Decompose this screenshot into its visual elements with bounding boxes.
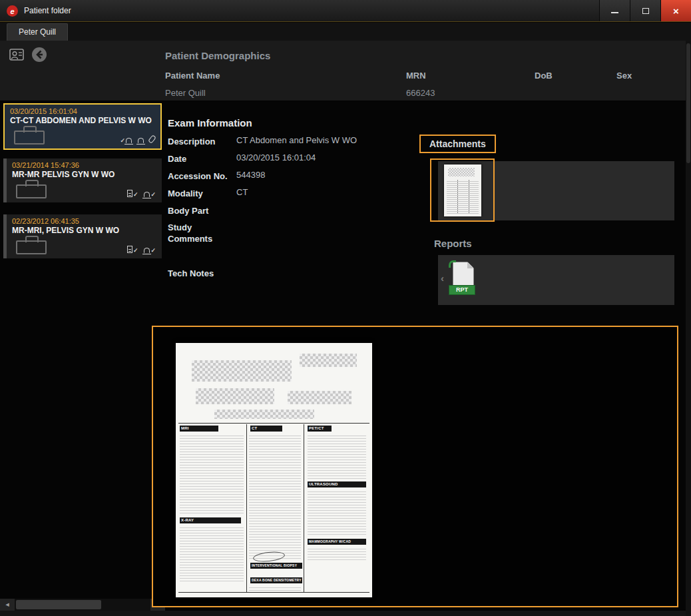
scrollbar-thumb[interactable]: [16, 600, 101, 609]
study-status-icons: ✓ ✓: [127, 246, 156, 253]
exam-row-body-part: Body Part: [168, 204, 421, 216]
form-section-mammography: MAMMOGRAPHY W/CAD: [308, 539, 366, 545]
attachment-document-preview-icon: [444, 164, 481, 216]
study-date: 03/20/2015 16:01:04: [10, 107, 155, 115]
exam-row-accession: Accession No. 544398: [168, 170, 421, 182]
app-logo-icon: e: [7, 5, 18, 17]
minimize-button[interactable]: [599, 0, 630, 21]
exam-row-modality: Modality CT: [168, 187, 421, 199]
patient-folder-window: e Patient folder × Peter Quill: [0, 0, 691, 616]
exam-row-description: Description CT Abdomen and Pelvis W WO: [168, 135, 421, 147]
patient-name-value: Peter Quill: [165, 88, 206, 98]
redacted-block: [214, 410, 314, 419]
attachments-header: Attachments: [419, 135, 496, 153]
scanned-order-form-image: MRI CT PET/CT ULTRASOUND X-RAY MAMMOGRAP…: [176, 343, 372, 597]
form-section-ct: CT: [250, 426, 282, 432]
patient-card-icon[interactable]: [8, 46, 25, 63]
patient-name-label: Patient Name: [165, 71, 220, 81]
form-section-mri: MRI: [180, 426, 218, 432]
form-section-ultrasound: ULTRASOUND: [308, 481, 366, 487]
document-check-icon: ✓: [127, 246, 138, 253]
scroll-left-arrow-icon[interactable]: ◂: [0, 599, 15, 611]
attachment-thumbnail[interactable]: [430, 158, 495, 222]
dob-label: DoB: [535, 71, 553, 81]
close-button[interactable]: ×: [660, 0, 691, 21]
vertical-scrollbar-thumb[interactable]: [686, 43, 690, 163]
study-status-icons: ✓: [120, 135, 154, 143]
vertical-scrollbar[interactable]: [686, 41, 691, 616]
sex-label: Sex: [616, 71, 632, 81]
exam-row-date: Date 03/20/2015 16:01:04: [168, 153, 421, 164]
reports-scroll-left-icon[interactable]: ‹: [441, 272, 444, 284]
form-section-xray: X-RAY: [180, 517, 241, 523]
maximize-icon: [642, 8, 649, 14]
report-arrow-icon: [449, 260, 456, 268]
titlebar: e Patient folder ×: [0, 0, 691, 22]
study-title: MR-MRI, PELVIS GYN W WO: [12, 226, 156, 236]
bell-icon: [138, 138, 144, 143]
bell-check-icon: ✓: [144, 192, 156, 197]
window-bottom-edge: [0, 611, 691, 616]
study-item-mr-pelvis-2014[interactable]: 03/21/2014 15:47:36 MR-MR PELVIS GYN W W…: [3, 158, 162, 202]
redacted-block: [300, 354, 357, 367]
study-item-mri-pelvis-2012[interactable]: 02/23/2012 06:41:35 MR-MRI, PELVIS GYN W…: [3, 214, 162, 258]
tab-peter-quill[interactable]: Peter Quill: [7, 23, 68, 41]
study-briefcase-icon: [16, 240, 47, 254]
form-section-interventional-biopsy: INTERVENTIONAL BIOPSY: [250, 563, 302, 569]
redacted-block: [196, 388, 274, 404]
bell-check-icon: ✓: [144, 248, 156, 253]
reports-header: Reports: [434, 238, 472, 249]
study-item-ct-abdomen[interactable]: 03/20/2015 16:01:04 CT-CT ABDOMEN AND PE…: [3, 103, 162, 150]
minimize-icon: [611, 12, 618, 13]
report-rpt-icon[interactable]: RPT: [449, 260, 479, 299]
bell-check-icon: ✓: [120, 138, 132, 143]
mrn-label: MRN: [406, 71, 426, 81]
window-controls: ×: [599, 0, 691, 21]
attachment-preview-panel: MRI CT PET/CT ULTRASOUND X-RAY MAMMOGRAP…: [152, 326, 678, 607]
reports-panel: ‹ RPT: [438, 255, 674, 305]
study-briefcase-icon: [16, 184, 47, 198]
document-check-icon: ✓: [127, 190, 138, 197]
study-title: CT-CT ABDOMEN AND PELVIS W WO: [10, 116, 155, 126]
window-title: Patient folder: [24, 0, 71, 21]
demographics-header: Patient Demographics: [165, 50, 270, 61]
exam-row-study-comments: Study Comments: [168, 222, 421, 244]
exam-row-tech-notes: Tech Notes: [168, 267, 421, 279]
report-rpt-label: RPT: [449, 285, 475, 295]
sidebar-horizontal-scrollbar: ◂ ▸: [0, 599, 165, 611]
study-briefcase-icon: [14, 131, 45, 145]
study-title: MR-MR PELVIS GYN W WO: [12, 170, 156, 180]
redacted-block: [288, 391, 351, 404]
study-date: 03/21/2014 15:47:36: [12, 161, 156, 169]
study-status-icons: ✓ ✓: [127, 190, 156, 197]
study-date: 02/23/2012 06:41:35: [12, 217, 156, 225]
tab-bar: Peter Quill: [0, 23, 691, 41]
back-icon[interactable]: [31, 46, 48, 63]
mrn-value: 666243: [406, 88, 435, 98]
form-section-petct: PET/CT: [308, 426, 332, 432]
patient-demographics-band: Patient Demographics Patient Name MRN Do…: [0, 41, 691, 101]
close-icon: ×: [673, 5, 679, 17]
redacted-block: [192, 360, 292, 382]
form-section-bone-densitometry: DEXA BONE DENSITOMETRY: [250, 577, 302, 583]
maximize-button[interactable]: [630, 0, 660, 21]
exam-information-header: Exam Information: [168, 117, 252, 129]
paperclip-icon: [148, 135, 156, 144]
